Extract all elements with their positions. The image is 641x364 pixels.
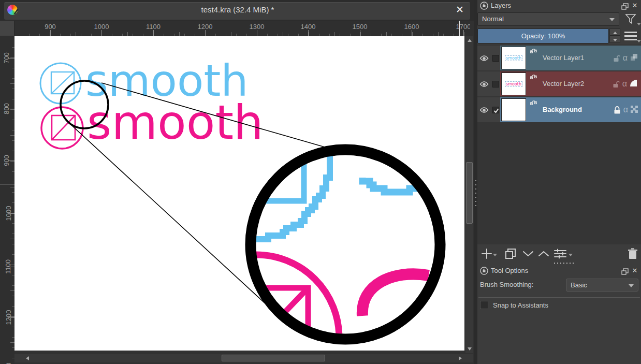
layer-row-main[interactable]: Background α xyxy=(500,97,641,122)
layer-select-cell[interactable] xyxy=(491,71,500,96)
tool-options-header[interactable]: Tool Options ✕ xyxy=(477,265,641,276)
layer-row[interactable]: smooth Vector Layer2 α xyxy=(477,71,641,96)
filter-menu-chevron-icon[interactable] xyxy=(637,23,641,25)
layer-list: smooth Vector Layer1 α xyxy=(477,45,641,244)
layers-docker-title: Layers xyxy=(491,0,511,11)
canvas-artwork: smooth smooth xyxy=(14,36,464,351)
vertical-scrollbar[interactable] xyxy=(465,36,473,353)
alpha-icon[interactable]: α xyxy=(623,53,628,63)
snap-to-assistants-checkbox[interactable] xyxy=(480,301,488,309)
brush-smoothing-row: Brush Smoothing: Basic xyxy=(477,279,641,293)
layer-checkbox[interactable] xyxy=(492,55,499,62)
layer-visibility-cell[interactable] xyxy=(477,97,491,122)
horizontal-scrollbar[interactable] xyxy=(14,354,473,362)
check-icon xyxy=(493,107,500,114)
float-docker-icon[interactable] xyxy=(621,2,629,13)
layer-select-cell[interactable] xyxy=(491,46,500,70)
opacity-increase-button[interactable] xyxy=(609,28,620,36)
layer-style-icon[interactable] xyxy=(630,53,638,63)
vertical-scroll-thumb[interactable] xyxy=(466,162,473,224)
scroll-left-arrow[interactable] xyxy=(26,356,29,360)
brush-smoothing-label: Brush Smoothing: xyxy=(480,281,533,288)
brush-smoothing-value: Basic xyxy=(571,281,587,289)
filter-layers-icon[interactable] xyxy=(624,13,637,26)
h-ruler-label: 1300 xyxy=(250,23,265,31)
float-docker-icon[interactable] xyxy=(621,267,629,279)
list-menu-chevron-icon[interactable] xyxy=(637,40,641,42)
layer-checkbox[interactable] xyxy=(492,107,499,113)
h-ruler-label: 1500 xyxy=(353,23,368,31)
layer-visibility-cell[interactable] xyxy=(477,46,491,70)
duplicate-layer-button[interactable] xyxy=(503,246,518,261)
opacity-spinbox xyxy=(609,28,620,43)
layer-select-cell[interactable] xyxy=(491,97,500,122)
alpha-icon[interactable]: α xyxy=(622,79,627,89)
layer-row-main[interactable]: smooth Vector Layer1 α xyxy=(500,46,641,70)
document-titlebar[interactable]: test4.kra (32.4 MiB) * ✕ xyxy=(0,0,475,21)
document-title: test4.kra (32.4 MiB) * xyxy=(0,5,475,14)
add-layer-chevron-icon[interactable] xyxy=(493,254,497,256)
properties-chevron-icon[interactable] xyxy=(569,254,573,256)
ruler-corner xyxy=(0,21,14,36)
lock-icon[interactable] xyxy=(614,106,621,114)
layer-properties-button[interactable] xyxy=(553,246,567,261)
layer-buttons-row xyxy=(477,245,641,262)
close-document-button[interactable]: ✕ xyxy=(454,4,466,16)
layer-name: Vector Layer1 xyxy=(543,46,584,70)
h-ruler-label: 1700 xyxy=(456,23,470,31)
blend-mode-select[interactable]: Normal xyxy=(477,12,619,26)
scroll-down-arrow[interactable] xyxy=(468,347,472,351)
opacity-decrease-button[interactable] xyxy=(609,36,620,43)
docker-splitter-handle[interactable] xyxy=(554,263,575,264)
vector-layer-badge-icon xyxy=(530,72,537,81)
move-layer-up-button[interactable] xyxy=(536,246,551,261)
v-ruler-major-tick xyxy=(8,58,14,59)
snap-to-assistants-label: Snap to Assistants xyxy=(493,301,548,309)
canvas-viewport[interactable]: smooth smooth xyxy=(14,36,464,351)
h-ruler-label: 1400 xyxy=(301,23,316,31)
close-docker-icon[interactable]: ✕ xyxy=(631,2,639,10)
eye-icon xyxy=(479,107,489,113)
lock-icon[interactable] xyxy=(613,80,620,88)
opacity-slider[interactable]: Opacity: 100% xyxy=(477,28,609,43)
layer-thumbnail[interactable] xyxy=(501,98,526,121)
opacity-value: Opacity: 100% xyxy=(521,32,565,40)
h-ruler-major-tick xyxy=(257,30,257,36)
delete-layer-button[interactable] xyxy=(625,246,640,261)
layer-checkbox[interactable] xyxy=(492,81,499,88)
layer-thumbnail-word: smooth xyxy=(505,82,522,86)
docker-lock-icon[interactable] xyxy=(480,2,488,13)
layer-list-menu-icon[interactable] xyxy=(624,32,637,40)
h-ruler[interactable]: 90010001100120013001400150016001700 xyxy=(14,21,470,36)
move-layer-down-button[interactable] xyxy=(521,246,535,261)
alpha-icon[interactable]: α xyxy=(623,105,628,114)
layer-name: Vector Layer2 xyxy=(543,71,584,96)
close-docker-icon[interactable]: ✕ xyxy=(631,267,639,275)
brush-smoothing-select[interactable]: Basic xyxy=(566,279,638,292)
layers-docker-header[interactable]: Layers ✕ xyxy=(477,0,641,11)
layer-row-main[interactable]: smooth Vector Layer2 α xyxy=(500,71,641,96)
opacity-row: Opacity: 100% xyxy=(477,28,641,43)
word-smooth-pink: smooth xyxy=(87,95,264,150)
v-ruler-major-tick xyxy=(8,109,14,109)
docker-lock-icon[interactable] xyxy=(480,267,488,279)
v-ruler-major-tick xyxy=(8,213,14,214)
layer-visibility-cell[interactable] xyxy=(477,71,491,96)
alpha-channel-icon[interactable] xyxy=(631,106,638,114)
onion-skin-icon[interactable] xyxy=(630,79,638,89)
blue-icon-diagonal xyxy=(51,72,74,94)
add-layer-button[interactable] xyxy=(479,246,494,261)
h-ruler-major-tick xyxy=(463,30,464,36)
layer-row[interactable]: Background α xyxy=(477,97,641,122)
layer-row[interactable]: smooth Vector Layer1 α xyxy=(477,46,641,70)
snap-to-assistants-row: Snap to Assistants xyxy=(477,300,641,311)
scroll-up-arrow[interactable] xyxy=(468,39,472,42)
v-ruler[interactable]: 7008009001000110012001300 xyxy=(0,36,14,364)
krita-window: test4.kra (32.4 MiB) * ✕ 900100011001200… xyxy=(0,0,641,364)
layer-thumbnail[interactable]: smooth xyxy=(501,47,526,69)
horizontal-scroll-thumb[interactable] xyxy=(222,355,325,361)
layer-thumbnail[interactable]: smooth xyxy=(501,72,526,95)
tool-options-divider xyxy=(478,297,640,298)
lock-icon[interactable] xyxy=(613,54,620,62)
scroll-right-arrow[interactable] xyxy=(459,356,462,360)
